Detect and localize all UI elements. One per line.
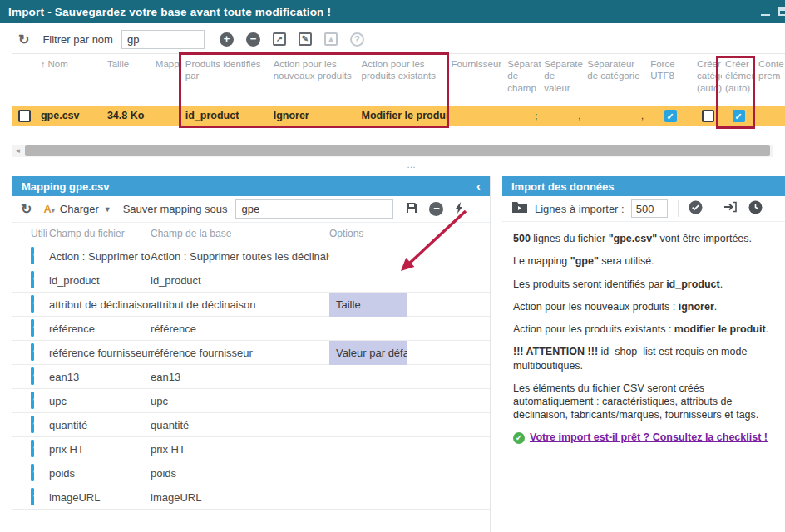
file-row-gpe-csv[interactable]: gpe.csv 34.8 Ko id_product Ignorer Modif… (12, 106, 785, 126)
add-file-icon[interactable]: + (220, 32, 234, 47)
row-used-checkbox[interactable] (31, 343, 34, 361)
mapping-row[interactable]: upc upc (12, 389, 490, 413)
row-used-checkbox[interactable] (31, 319, 34, 337)
checklist-link[interactable]: Votre import est-il prêt ? Consultez la … (530, 431, 768, 443)
import-toolbar: Lignes à importer : (502, 196, 785, 222)
summary-action-new: Action pour les nouveaux produits : igno… (513, 300, 773, 313)
column-header-options[interactable]: Options (329, 228, 407, 239)
load-mapping-button[interactable]: Charger (60, 203, 99, 215)
column-header-creer-element[interactable]: Créer élémen (auto) (722, 54, 755, 106)
option-chip[interactable] (329, 437, 407, 461)
create-element-checkbox[interactable] (733, 110, 745, 122)
option-chip[interactable] (329, 485, 407, 510)
mapping-row[interactable]: Action : Supprimer tou Action : Supprime… (12, 244, 490, 268)
column-header-fournisseur[interactable]: Fournisseur (447, 54, 504, 106)
mapping-row[interactable]: référence fournisseur référence fourniss… (12, 341, 490, 365)
summary-attention: !!! ATTENTION !!! id_shop_list est requi… (513, 345, 773, 372)
column-header-separateur-categorie[interactable]: Séparateur de catégorie (584, 54, 647, 106)
mapping-row[interactable]: prix HT prix HT (12, 437, 490, 461)
row-used-checkbox[interactable] (31, 271, 34, 288)
column-header-separateur-champ[interactable]: Séparate de champ (504, 54, 541, 106)
column-header-mapping[interactable]: Mappin (152, 54, 182, 106)
row-select-checkbox[interactable] (18, 110, 31, 122)
option-chip[interactable] (329, 413, 407, 437)
row-used-checkbox[interactable] (31, 488, 34, 505)
mapping-row[interactable]: attribut de déclinaison attribut de décl… (12, 293, 490, 317)
filter-input[interactable] (121, 30, 205, 49)
row-used-checkbox[interactable] (31, 367, 34, 385)
mapping-row[interactable]: ean13 ean13 (12, 365, 490, 389)
mapping-row[interactable]: poids poids (12, 461, 490, 485)
folder-icon[interactable] (512, 201, 527, 216)
collapse-panel-icon[interactable]: ‹ (476, 177, 481, 195)
column-header-champ-base[interactable]: Champ de la base (151, 228, 329, 239)
auto-map-icon[interactable] (454, 201, 464, 218)
summary-mapping: Le mapping "gpe" sera utilisé. (513, 254, 773, 268)
mapping-row[interactable]: id_product id_product (12, 268, 490, 293)
mapping-row[interactable]: quantité quantité (12, 413, 490, 437)
delete-mapping-icon[interactable]: − (429, 202, 443, 216)
load-mapping-icon[interactable]: A▾ (43, 203, 54, 215)
option-chip[interactable] (329, 461, 407, 485)
option-chip[interactable] (329, 244, 407, 268)
base-field: ean13 (151, 371, 329, 383)
option-chip[interactable]: Taille (329, 293, 407, 317)
option-chip[interactable] (329, 268, 407, 293)
horizontal-scrollbar[interactable]: ◄ (12, 145, 773, 157)
column-header-separateur-valeur[interactable]: Séparate de valeur (541, 54, 584, 106)
column-header-action-existants[interactable]: Action pour les produits existants (358, 54, 448, 106)
file-action-new: Ignorer (270, 106, 358, 126)
toolbar-divider (678, 200, 679, 217)
row-used-checkbox[interactable] (31, 247, 34, 264)
option-chip[interactable] (329, 365, 407, 389)
mapping-table-header: Utili Champ du fichier Champ de la base … (12, 223, 490, 244)
row-used-checkbox[interactable] (31, 392, 34, 409)
validate-import-icon[interactable] (689, 200, 703, 218)
files-table-header: ↑Nom Taille Mappin Produits identifiés p… (12, 54, 785, 106)
column-header-produits-identifies[interactable]: Produits identifiés par (182, 54, 270, 106)
create-category-checkbox[interactable] (702, 110, 714, 122)
panel-splitter-handle[interactable]: … (399, 160, 424, 170)
row-used-checkbox[interactable] (31, 440, 34, 457)
row-used-checkbox[interactable] (31, 416, 34, 433)
refresh-icon[interactable]: ↻ (18, 32, 29, 47)
save-mapping-icon[interactable] (405, 201, 418, 218)
option-chip[interactable]: Valeur par défa (329, 341, 407, 365)
minimize-icon[interactable] (761, 14, 770, 16)
column-header-utilise[interactable]: Utili (31, 228, 47, 239)
help-icon[interactable]: ? (350, 32, 364, 47)
mapping-row[interactable]: imageURL imageURL (12, 485, 490, 510)
force-utf8-checkbox[interactable] (664, 110, 677, 122)
remove-file-icon[interactable]: − (246, 32, 260, 47)
chevron-down-icon[interactable]: ▼ (104, 205, 111, 214)
image-icon[interactable]: ▴ (324, 32, 338, 46)
option-chip[interactable] (329, 317, 407, 341)
edit-icon[interactable]: ✎ (299, 32, 312, 46)
base-field: poids (151, 467, 329, 480)
column-header-taille[interactable]: Taille (104, 54, 152, 106)
column-header-contenu[interactable]: Conte prem (755, 54, 785, 106)
restore-window-icon[interactable] (778, 7, 785, 16)
row-used-checkbox[interactable] (31, 295, 34, 313)
column-header-action-nouveaux[interactable]: Action pour les nouveaux produits (270, 54, 358, 106)
scroll-left-icon[interactable]: ◄ (12, 145, 24, 157)
base-field: quantité (151, 419, 329, 431)
schedule-import-icon[interactable] (748, 200, 763, 218)
mapping-row[interactable]: référence référence (12, 317, 490, 341)
scrollbar-thumb[interactable] (25, 145, 770, 156)
mapping-panel-header: Mapping gpe.csv ‹ (12, 176, 490, 196)
column-header-nom[interactable]: ↑Nom (37, 54, 104, 106)
external-link-icon[interactable]: ↗ (273, 32, 286, 46)
base-field: upc (151, 395, 329, 407)
base-field: prix HT (151, 443, 329, 456)
lines-to-import-input[interactable] (631, 200, 668, 218)
column-header-force-utf8[interactable]: Force UTF8 (647, 54, 694, 106)
column-header-champ-fichier[interactable]: Champ du fichier (49, 228, 151, 239)
row-used-checkbox[interactable] (31, 464, 34, 481)
column-header-creer-categorie[interactable]: Créer catégor (auto) (694, 54, 722, 106)
mapping-name-input[interactable] (235, 200, 393, 219)
option-chip[interactable] (329, 389, 407, 413)
refresh-mapping-icon[interactable]: ↻ (21, 201, 32, 217)
base-field: Action : Supprimer toutes les déclinais (151, 250, 329, 263)
run-import-icon[interactable] (723, 200, 738, 217)
